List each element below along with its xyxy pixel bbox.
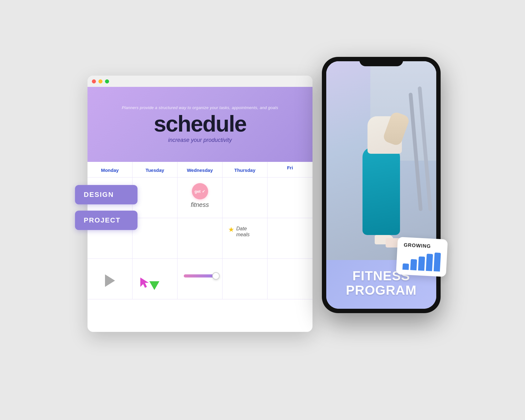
project-label[interactable]: PROJECT xyxy=(75,211,138,230)
cal-cell-r2c3 xyxy=(178,218,222,259)
cal-day-tuesday: Tuesday xyxy=(132,162,178,177)
bar-4 xyxy=(426,254,433,271)
svg-marker-1 xyxy=(149,281,159,290)
cal-cell-r2c2 xyxy=(132,218,178,259)
hero-tagline: increase your productivity xyxy=(168,137,232,143)
phone-notch xyxy=(359,57,403,66)
cal-cell-date-meals: ★ Datemeals xyxy=(222,218,268,259)
fitness-bubble: get ✓ xyxy=(192,183,208,199)
fitness-bubble-text: get ✓ xyxy=(194,189,205,194)
growing-card: GROWING xyxy=(396,237,448,277)
cal-day-wednesday: Wednesday xyxy=(178,162,222,177)
bar-chart xyxy=(402,251,441,272)
scene: Planners provide a structured way to org… xyxy=(75,38,450,382)
hero-subtitle: Planners provide a structured way to org… xyxy=(122,105,278,110)
cal-day-thursday: Thursday xyxy=(222,162,268,177)
bar-5 xyxy=(434,252,441,272)
bar-3 xyxy=(418,256,425,271)
down-arrow-icon xyxy=(149,279,160,291)
cal-cell-fitness: get ✓ fitness xyxy=(178,178,222,218)
bar-1 xyxy=(402,263,409,270)
cal-cell-r3c4 xyxy=(222,259,268,299)
cal-cell-r1c4 xyxy=(222,178,268,218)
phone-image-area xyxy=(326,61,436,260)
window-hero: Planners provide a structured way to org… xyxy=(88,87,312,162)
fitness-bg xyxy=(326,61,436,260)
cal-day-monday: Monday xyxy=(88,162,132,177)
date-meals-text: Datemeals xyxy=(236,226,250,238)
date-meals-star: ★ xyxy=(228,226,234,234)
bar-2 xyxy=(410,259,417,270)
minimize-dot[interactable] xyxy=(98,79,102,83)
cal-cell-r3c5 xyxy=(268,259,312,299)
cal-cell-r2c5 xyxy=(268,218,312,259)
fitness-label: fitness xyxy=(181,201,219,208)
slider-thumb[interactable] xyxy=(212,272,220,280)
calendar: Monday Tuesday Wednesday Thursday Fri ge… xyxy=(88,162,312,299)
sidebar-labels: DESIGN PROJECT xyxy=(75,185,138,230)
svg-marker-0 xyxy=(140,278,149,288)
cal-cell-r1c5 xyxy=(268,178,312,218)
play-icon xyxy=(105,274,115,287)
growing-title: GROWING xyxy=(403,242,441,250)
date-meals-container: ★ Datemeals xyxy=(226,221,264,242)
leggings xyxy=(362,148,400,235)
phone-container: FITNESS PROGRAM GROWING xyxy=(312,57,450,332)
slider-container[interactable] xyxy=(181,274,219,278)
maximize-dot[interactable] xyxy=(105,79,109,83)
cal-cell-r3c2 xyxy=(132,259,178,299)
close-dot[interactable] xyxy=(92,79,96,83)
calendar-header: Monday Tuesday Wednesday Thursday Fri xyxy=(88,162,312,178)
cal-cell-r1c2 xyxy=(132,178,178,218)
window-titlebar xyxy=(88,76,312,87)
cal-cell-r3c3 xyxy=(178,259,222,299)
cal-cell-r3c1 xyxy=(88,259,132,299)
slider-track xyxy=(184,274,216,278)
cal-day-friday: Fri xyxy=(268,162,312,177)
hero-title: schedule xyxy=(154,112,246,135)
fitness-line2: PROGRAM xyxy=(346,283,417,298)
design-label[interactable]: DESIGN xyxy=(75,185,138,204)
